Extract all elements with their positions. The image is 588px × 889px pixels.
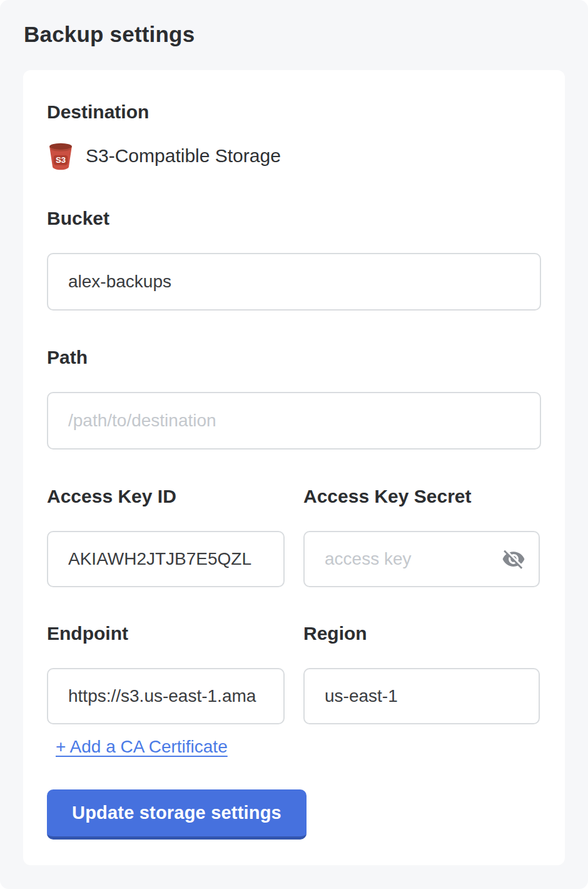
backup-settings-card: Destination S3 S3-Compatible Storage Buc…	[23, 70, 565, 865]
destination-value: S3-Compatible Storage	[86, 141, 281, 170]
access-key-labels-row: Access Key ID Access Key Secret	[47, 486, 541, 531]
s3-icon-badge-text: S3	[56, 155, 66, 165]
access-key-id-label: Access Key ID	[47, 486, 285, 507]
endpoint-region-labels-row: Endpoint Region	[47, 623, 541, 668]
update-storage-settings-button[interactable]: Update storage settings	[47, 789, 307, 840]
add-ca-certificate-link[interactable]: + Add a CA Certificate	[56, 737, 228, 757]
backup-settings-page: Backup settings Destination S3 S3-Compat…	[0, 0, 588, 889]
eye-off-icon[interactable]	[501, 547, 526, 572]
endpoint-label: Endpoint	[47, 623, 285, 644]
endpoint-region-inputs-row	[47, 668, 541, 724]
destination-label: Destination	[47, 101, 541, 123]
page-title: Backup settings	[0, 0, 588, 48]
region-label: Region	[303, 623, 540, 644]
path-input[interactable]	[47, 392, 541, 450]
bucket-label: Bucket	[47, 208, 541, 229]
s3-bucket-icon: S3	[47, 141, 74, 170]
bucket-input[interactable]	[47, 253, 541, 311]
access-key-secret-wrap	[303, 531, 540, 587]
access-key-secret-label: Access Key Secret	[303, 486, 540, 507]
endpoint-input[interactable]	[47, 668, 285, 724]
access-key-id-input[interactable]	[47, 531, 285, 587]
destination-value-row: S3 S3-Compatible Storage	[47, 141, 541, 170]
path-label: Path	[47, 347, 541, 368]
access-key-inputs-row	[47, 531, 541, 587]
region-input[interactable]	[303, 668, 540, 724]
